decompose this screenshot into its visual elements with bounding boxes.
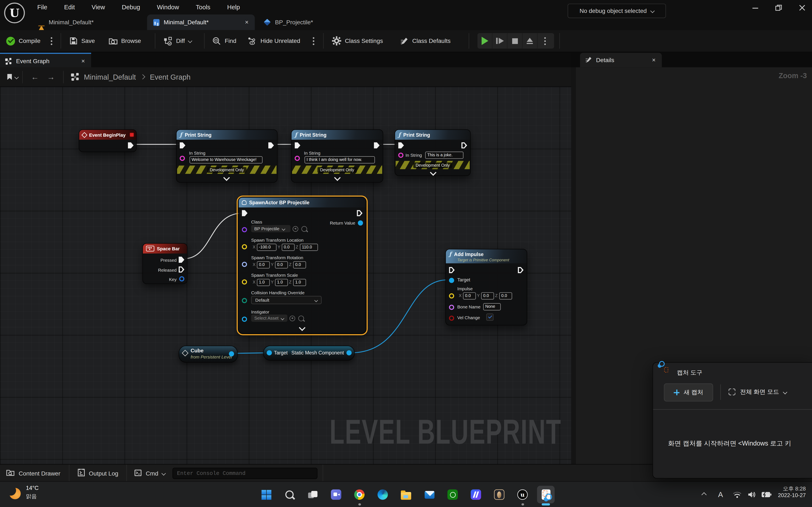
edge-icon[interactable] (374, 486, 392, 503)
impulse-y-field[interactable]: 0.0 (481, 292, 494, 299)
spawn-rotation-z-field[interactable]: 0.0 (293, 261, 306, 269)
spawn-exec-out-pin[interactable] (357, 210, 362, 216)
node-static-mesh-component[interactable]: Target Static Mesh Component (263, 346, 355, 360)
node-print-string-1[interactable]: ƒ Print String In String Welcome to Ware… (176, 129, 277, 182)
file-explorer-icon[interactable] (397, 486, 415, 503)
spawn-return-value-pin[interactable] (358, 220, 363, 225)
xbox-icon[interactable] (444, 486, 461, 503)
menu-debug[interactable]: Debug (115, 0, 147, 14)
bookmarks-button[interactable] (7, 74, 18, 80)
details-close-icon[interactable]: × (652, 56, 656, 64)
spawn-rotation-x-field[interactable]: 0.0 (257, 261, 270, 269)
console-command-input[interactable] (172, 467, 317, 479)
weather-desc[interactable]: 맑음 (26, 493, 37, 500)
compile-button[interactable]: Compile (6, 30, 40, 52)
spacebar-pressed-pin[interactable] (179, 257, 185, 263)
weather-temp[interactable]: 14°C (26, 485, 39, 491)
spawn-scale-z-field[interactable]: 1.0 (293, 279, 306, 286)
new-capture-button[interactable]: 새 캡처 (664, 383, 713, 402)
spawn-location-y-field[interactable]: 0.0 (282, 243, 295, 251)
volume-icon[interactable] (748, 482, 756, 507)
spawn-instigator-browse-icon[interactable] (298, 316, 304, 321)
tab-close-icon[interactable]: × (245, 18, 248, 26)
menu-edit[interactable]: Edit (57, 0, 82, 14)
stop-button[interactable] (507, 33, 522, 49)
spawn-location-pin[interactable] (242, 244, 247, 249)
print1-exec-out-pin[interactable] (268, 142, 274, 148)
class-settings-button[interactable]: Class Settings (332, 30, 383, 52)
print1-instring-field[interactable]: Welcome to Warehouse Wreckage! (190, 156, 262, 164)
play-button[interactable] (477, 33, 493, 49)
print3-instring-field[interactable]: This is a joke. (425, 152, 463, 159)
eject-button[interactable] (522, 33, 538, 49)
tab-minimal-default-2-active[interactable]: Minimal_Default* × (147, 14, 255, 30)
addimpulse-velchange-pin[interactable] (449, 316, 454, 321)
browse-button[interactable]: Browse (109, 30, 141, 52)
battery-icon[interactable] (761, 482, 772, 507)
spawn-class-dropdown[interactable]: BP Projectile (251, 225, 291, 232)
graph-tab-close-icon[interactable]: × (81, 57, 85, 65)
breadcrumb-root[interactable]: Minimal_Default (84, 73, 136, 81)
diff-dropdown-icon[interactable] (188, 39, 192, 43)
node-event-beginplay[interactable]: Event BeginPlay (79, 129, 137, 152)
tab-minimal-default-1[interactable]: Minimal_Default* (32, 14, 100, 30)
unreal-engine-taskbar-icon[interactable]: u (514, 486, 531, 503)
nav-back-button[interactable]: ← (27, 72, 43, 81)
addimpulse-bonename-pin[interactable] (449, 304, 454, 310)
start-button[interactable] (257, 486, 275, 503)
tab-details[interactable]: Details × (580, 53, 662, 67)
save-button[interactable]: Save (69, 30, 95, 52)
spawn-collision-dropdown[interactable]: Default (251, 296, 322, 304)
cube-output-pin[interactable] (229, 351, 234, 356)
hide-unrelated-button[interactable]: Hide Unrelated (248, 30, 300, 52)
print2-instring-field[interactable]: I think I am doing well for now. (305, 156, 375, 164)
menu-tools[interactable]: Tools (189, 0, 217, 14)
print1-exec-in-pin[interactable] (180, 142, 186, 148)
addimpulse-exec-in-pin[interactable] (449, 267, 455, 273)
addimpulse-target-pin[interactable] (449, 278, 454, 283)
task-view-button[interactable] (304, 486, 322, 503)
play-options-menu[interactable] (538, 33, 552, 49)
print3-exec-out-pin[interactable] (461, 142, 467, 148)
spawn-rotation-y-field[interactable]: 0.0 (275, 261, 288, 269)
spawn-scale-pin[interactable] (242, 279, 247, 284)
ime-indicator[interactable]: A (718, 482, 723, 507)
spawn-instigator-pin[interactable] (242, 317, 247, 322)
tray-expand-button[interactable] (702, 482, 706, 507)
wifi-icon[interactable] (733, 482, 742, 507)
node-print-string-3[interactable]: ƒ Print String In String This is a joke.… (395, 129, 471, 176)
taskbar-clock[interactable]: 오후 8:28 2022-10-27 (778, 485, 806, 499)
output-log-button[interactable]: Output Log (69, 469, 126, 477)
mail-icon[interactable] (420, 486, 438, 503)
spawn-class-browse-icon[interactable] (301, 226, 307, 232)
close-window-button[interactable] (799, 4, 806, 11)
node-spawnactor-bp-projectile[interactable]: SpawnActor BP Projectile Class Return Va… (238, 197, 366, 334)
tab-bp-projectile[interactable]: BP_Projectile* (258, 14, 319, 30)
spawn-expand-icon[interactable] (299, 325, 305, 331)
print3-exec-in-pin[interactable] (398, 142, 404, 148)
spawn-location-z-field[interactable]: 110.0 (300, 243, 318, 251)
node-space-bar[interactable]: Space Bar Pressed Released Key (142, 243, 187, 284)
spawn-exec-in-pin[interactable] (242, 210, 248, 216)
spacebar-key-pin[interactable] (179, 276, 184, 281)
print3-expand-icon[interactable] (430, 169, 437, 176)
print2-expand-icon[interactable] (334, 174, 341, 181)
menu-help[interactable]: Help (220, 0, 247, 14)
app-icon-bronze-oval[interactable] (490, 486, 508, 503)
spawn-location-x-field[interactable]: -100.0 (257, 243, 276, 251)
print2-exec-in-pin[interactable] (295, 142, 300, 148)
fullscreen-mode-selector[interactable]: 전체 화면 모드 (729, 383, 787, 400)
addimpulse-exec-out-pin[interactable] (518, 267, 523, 273)
print1-expand-icon[interactable] (223, 174, 230, 181)
addimpulse-impulse-pin[interactable] (449, 293, 454, 298)
print3-instring-pin[interactable] (398, 153, 403, 158)
tab-event-graph[interactable]: Event Graph × (0, 53, 91, 68)
spawn-class-pin[interactable] (242, 227, 247, 232)
spawn-instigator-reset-icon[interactable] (290, 316, 295, 321)
compile-options-menu[interactable] (51, 30, 52, 52)
diff-button[interactable]: Diff (164, 30, 192, 52)
spawn-scale-y-field[interactable]: 1.0 (275, 279, 288, 286)
find-button[interactable]: Find (212, 30, 237, 52)
node-cube-reference[interactable]: Cube from Persistent Level (179, 346, 238, 363)
beginplay-exec-out-pin[interactable] (128, 142, 134, 148)
